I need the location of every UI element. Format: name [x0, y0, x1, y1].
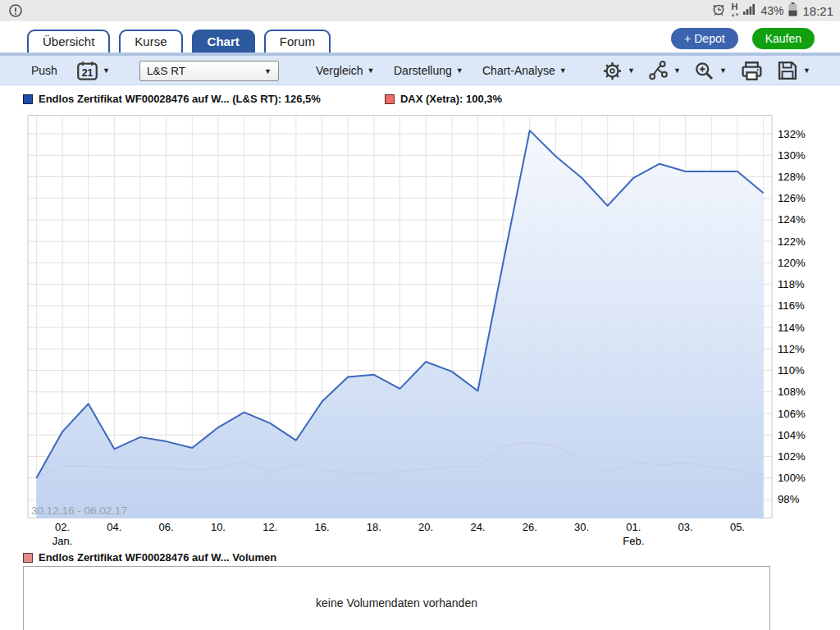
zoom-button[interactable]: ▼ [693, 56, 727, 85]
tab-chart[interactable]: Chart [192, 30, 255, 52]
indicators-button[interactable]: ▼ [647, 56, 681, 85]
status-bar: H ▲▼ 43% 18:21 [0, 0, 840, 21]
x-axis-month-label: Jan. [52, 535, 73, 547]
nodes-icon [647, 60, 669, 82]
y-axis-label: 110% [778, 364, 805, 377]
x-axis-label: 16. [315, 521, 330, 533]
settings-button[interactable]: ▼ [601, 56, 635, 85]
legend-item-certificate: Endlos Zertifikat WF00028476 auf W... (L… [23, 93, 321, 105]
network-activity-icon: ▲▼ [731, 11, 739, 19]
chevron-down-icon: ▼ [719, 66, 727, 75]
x-axis-label: 18. [367, 521, 381, 533]
legend-item-dax: DAX (Xetra): 100,3% [385, 93, 502, 105]
zoom-in-icon [693, 60, 715, 82]
y-axis-label: 130% [778, 149, 806, 162]
x-axis-label: 02. [55, 521, 70, 533]
volume-empty-message: keine Volumendaten vorhanden [24, 596, 769, 609]
signal-bars-icon [743, 3, 756, 19]
volume-legend-label: Endlos Zertifikat WF00028476 auf W... Vo… [39, 551, 276, 564]
network-mode-indicator: H ▲▼ [731, 2, 739, 19]
chevron-down-icon: ▼ [103, 66, 110, 75]
battery-percent: 43% [760, 4, 783, 17]
save-button[interactable]: ▼ [776, 56, 810, 85]
add-depot-button[interactable]: + Depot [671, 28, 737, 49]
chevron-down-icon: ▼ [264, 67, 272, 75]
x-axis-label: 01. [626, 521, 641, 533]
gear-icon [601, 60, 623, 82]
chevron-down-icon: ▼ [456, 66, 463, 75]
calendar-icon: 21 [76, 60, 98, 82]
y-axis-label: 126% [778, 192, 806, 204]
print-button[interactable] [740, 56, 764, 85]
tab-kurse[interactable]: Kurse [119, 30, 182, 52]
legend-label: Endlos Zertifikat WF00028476 auf W... (L… [39, 93, 321, 105]
volume-panel: keine Volumendaten vorhanden [23, 566, 770, 630]
x-axis-label: 04. [107, 521, 121, 533]
x-axis-label: 12. [262, 521, 277, 533]
legend-label: DAX (Xetra): 100,3% [400, 93, 502, 105]
chevron-down-icon: ▼ [673, 66, 681, 75]
price-chart[interactable]: 30.12.16 - 06.02.1798%100%102%104%106%10… [0, 115, 840, 550]
y-axis-label: 118% [778, 278, 805, 290]
y-axis-label: 102% [778, 450, 806, 463]
y-axis-label: 120% [778, 257, 806, 269]
chevron-down-icon: ▼ [559, 66, 567, 75]
x-axis-label: 06. [159, 521, 174, 533]
volume-legend: Endlos Zertifikat WF00028476 auf W... Vo… [23, 551, 276, 564]
chart-analysis-menu[interactable]: Chart-Analyse ▼ [482, 56, 567, 85]
x-axis-label: 05. [730, 521, 745, 533]
y-axis-label: 122% [778, 235, 806, 248]
buy-button[interactable]: Kaufen [752, 28, 815, 49]
clock-time: 18:21 [802, 4, 833, 18]
chevron-down-icon: ▼ [368, 66, 375, 75]
x-axis-label: 24. [470, 521, 485, 533]
exchange-select[interactable]: L&S RT ▼ [139, 61, 279, 81]
volume-legend-marker [23, 553, 33, 563]
y-axis-label: 100% [778, 472, 806, 484]
x-axis-label: 30. [574, 521, 589, 533]
x-axis-label: 10. [211, 521, 226, 533]
floppy-save-icon [776, 59, 799, 82]
tab-bar: Übersicht Kurse Chart Forum [27, 30, 331, 52]
printer-icon [740, 59, 764, 83]
y-axis-label: 124% [778, 213, 806, 226]
battery-icon [788, 2, 797, 20]
timespan-calendar-button[interactable]: 21 ▼ [76, 56, 110, 85]
y-axis-label: 106% [778, 408, 806, 420]
alarm-icon [711, 2, 726, 20]
calendar-day-number: 21 [82, 66, 94, 78]
y-axis-label: 116% [778, 299, 805, 312]
chevron-down-icon: ▼ [628, 66, 635, 75]
display-menu[interactable]: Darstellung ▼ [394, 56, 463, 85]
tab-uebersicht[interactable]: Übersicht [27, 30, 110, 52]
push-label: Push [31, 64, 57, 77]
y-axis-label: 108% [778, 386, 806, 398]
y-axis-label: 114% [778, 322, 805, 334]
chevron-down-icon: ▼ [803, 66, 810, 75]
x-axis-label: 20. [418, 521, 433, 533]
compare-menu[interactable]: Vergleich ▼ [316, 56, 375, 85]
x-axis-label: 26. [523, 521, 537, 533]
date-range-watermark: 30.12.16 - 06.02.17 [31, 504, 127, 517]
tab-forum[interactable]: Forum [264, 30, 331, 52]
x-axis-label: 03. [678, 521, 693, 533]
alert-circle-icon [8, 3, 23, 21]
y-axis-label: 128% [778, 171, 806, 183]
chart-toolbar: Push 21 ▼ L&S RT ▼ Vergleich ▼ Darstellu… [0, 52, 840, 85]
y-axis-label: 112% [778, 343, 805, 355]
exchange-selected-value: L&S RT [147, 65, 185, 77]
y-axis-label: 104% [778, 429, 806, 441]
y-axis-label: 132% [778, 128, 806, 140]
legend-marker [385, 94, 395, 104]
legend-marker [23, 94, 33, 104]
x-axis-month-label: Feb. [623, 535, 644, 547]
chart-legend: Endlos Zertifikat WF00028476 auf W... (L… [23, 93, 502, 105]
y-axis-label: 98% [778, 493, 800, 505]
